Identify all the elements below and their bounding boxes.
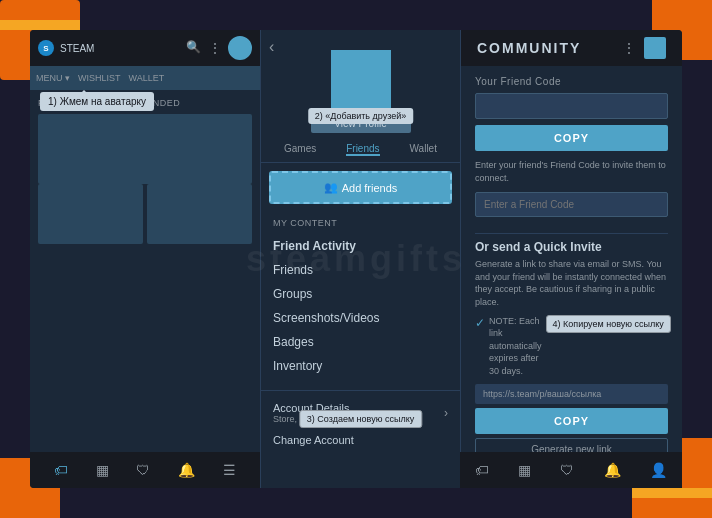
tab-games[interactable]: Games [284, 143, 316, 156]
add-friends-icon: 👥 [324, 181, 338, 194]
my-content-section: MY CONTENT Friend Activity Friends Group… [261, 212, 460, 384]
community-header: COMMUNITY ⋮ [461, 30, 682, 66]
community-content: Your Friend Code COPY Enter your friend'… [461, 66, 682, 452]
content-badges[interactable]: Badges [273, 330, 448, 354]
note-text: ✓ NOTE: Each link automatically expires … [475, 315, 668, 378]
community-bottom-tag-icon[interactable]: 🏷 [475, 462, 489, 478]
featured-item-large [38, 114, 252, 184]
nav-wishlist[interactable]: WISHLIST [78, 73, 121, 83]
search-icon[interactable]: 🔍 [186, 40, 202, 56]
nav-wallet[interactable]: WALLET [129, 73, 165, 83]
steam-main-content: FEATURED & RECOMMENDED [30, 90, 260, 252]
quick-invite-title: Or send a Quick Invite [475, 240, 668, 254]
add-friends-label: Add friends [342, 182, 398, 194]
profile-tabs: Games Friends Wallet [261, 137, 460, 163]
invite-description: Enter your friend's Friend Code to invit… [475, 159, 668, 184]
tooltip-create-link: 3) Создаем новую ссылку [299, 410, 422, 428]
content-friends[interactable]: Friends [273, 258, 448, 282]
copy-friend-code-button[interactable]: COPY [475, 125, 668, 151]
tooltip-add-friends: 2) «Добавить друзей» [308, 108, 414, 124]
community-panel: COMMUNITY ⋮ Your Friend Code COPY Enter … [460, 30, 682, 488]
steam-logo-text: STEAM [60, 43, 94, 54]
bottom-nav-list-icon[interactable]: ▦ [96, 462, 109, 478]
community-avatar [644, 37, 666, 59]
featured-grid [38, 184, 252, 244]
bottom-nav-tag-icon[interactable]: 🏷 [54, 462, 68, 478]
friend-code-input[interactable] [475, 93, 668, 119]
bottom-nav-shield-icon[interactable]: 🛡 [136, 462, 150, 478]
chevron-right-icon: › [444, 406, 448, 420]
copy-link-button[interactable]: COPY [475, 408, 668, 434]
community-title: COMMUNITY [477, 40, 581, 56]
steam-bottom-nav: 🏷 ▦ 🛡 🔔 ☰ [30, 452, 260, 488]
steam-menu-icon[interactable]: ⋮ [208, 40, 222, 56]
community-bottom-person-icon[interactable]: 👤 [650, 462, 667, 478]
tab-wallet[interactable]: Wallet [410, 143, 437, 156]
enter-friend-code-input[interactable] [475, 192, 668, 217]
tab-friends[interactable]: Friends [346, 143, 379, 156]
main-container: S STEAM 🔍 ⋮ MENU ▾ WISHLIST WALLET 1) Жм… [30, 30, 682, 488]
steam-header: S STEAM 🔍 ⋮ [30, 30, 260, 66]
my-content-label: MY CONTENT [273, 218, 448, 228]
steam-nav-bar: MENU ▾ WISHLIST WALLET [30, 66, 260, 90]
content-groups[interactable]: Groups [273, 282, 448, 306]
link-url-display: https://s.team/p/ваша/ссылка [475, 384, 668, 404]
nav-menu[interactable]: MENU ▾ [36, 73, 70, 83]
quick-invite-description: Generate a link to share via email or SM… [475, 258, 668, 308]
featured-item-2 [147, 184, 252, 244]
community-bottom-nav: 🏷 ▦ 🛡 🔔 👤 [460, 452, 682, 488]
change-account-button[interactable]: Change Account [261, 429, 460, 451]
tooltip-click-avatar: 1) Жмем на аватарку [40, 92, 154, 111]
back-button[interactable]: ‹ [269, 38, 274, 56]
generate-link-label: Generate new link [531, 444, 612, 452]
content-inventory[interactable]: Inventory [273, 354, 448, 378]
content-screenshots[interactable]: Screenshots/Videos [273, 306, 448, 330]
steam-avatar[interactable] [228, 36, 252, 60]
community-bottom-bell-icon[interactable]: 🔔 [604, 462, 621, 478]
tooltip-copy-new-link: 4) Копируем новую ссылку [546, 315, 671, 334]
content-friend-activity[interactable]: Friend Activity [273, 234, 448, 258]
note-content: NOTE: Each link automatically expires af… [489, 315, 542, 378]
steam-client-panel: S STEAM 🔍 ⋮ MENU ▾ WISHLIST WALLET 1) Жм… [30, 30, 260, 488]
generate-new-link-button[interactable]: Generate new link [475, 438, 668, 452]
add-friends-button[interactable]: 👥 Add friends [269, 171, 452, 204]
community-bottom-shield-icon[interactable]: 🛡 [560, 462, 574, 478]
featured-item-1 [38, 184, 143, 244]
steam-logo-icon: S [38, 40, 54, 56]
community-menu-icon[interactable]: ⋮ [622, 40, 636, 56]
profile-avatar-image [331, 50, 391, 110]
friend-code-section-title: Your Friend Code [475, 76, 668, 87]
check-icon: ✓ [475, 315, 485, 332]
profile-popup-panel: ‹ View Profile 2) «Добавить друзей» Game… [260, 30, 460, 488]
community-bottom-list-icon[interactable]: ▦ [518, 462, 531, 478]
bottom-nav-bell-icon[interactable]: 🔔 [178, 462, 195, 478]
bottom-nav-menu-icon[interactable]: ☰ [223, 462, 236, 478]
